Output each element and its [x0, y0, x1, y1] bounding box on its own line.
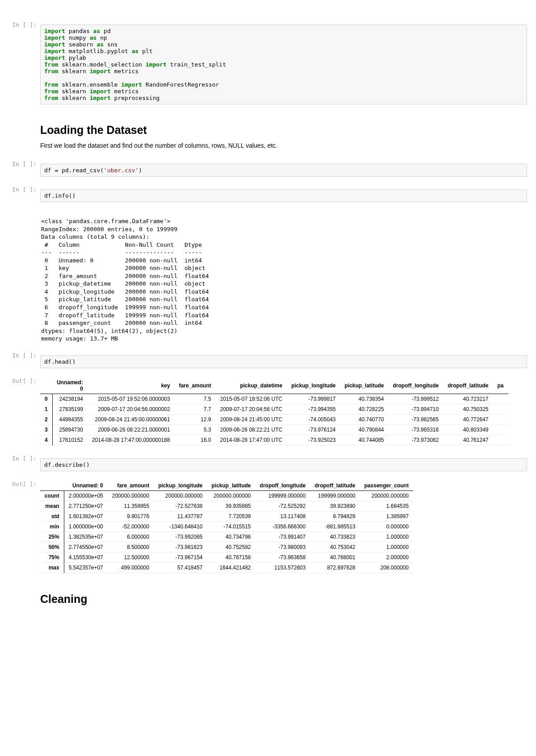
cell	[493, 435, 508, 445]
cell: 2009-08-24 21:45:00.00000061	[88, 414, 175, 424]
row-index: 2	[40, 414, 52, 424]
column-header: dropoff_latitude	[443, 378, 493, 394]
row-index: std	[40, 511, 64, 521]
column-header: fare_amount	[108, 481, 154, 491]
output-cell-describe: Out[ ]: Unnamed: 0fare_amountpickup_long…	[0, 478, 536, 579]
cell: 40.728225	[340, 404, 389, 414]
cell: 199999.000000	[255, 490, 310, 501]
blank-prompt	[0, 209, 40, 349]
cell: 200000.000000	[207, 490, 255, 501]
cell: -73.981823	[154, 542, 207, 552]
cell: 2.000000e+05	[64, 490, 108, 501]
cell: -74.005043	[287, 414, 340, 424]
column-header: dropoff_latitude	[310, 481, 360, 491]
cell	[493, 394, 508, 404]
markdown-cell-loading: Loading the Dataset First we load the da…	[0, 111, 536, 157]
notebook: In [ ]: import pandas as pd import numpy…	[0, 0, 536, 650]
cell: 7.720539	[207, 511, 255, 521]
heading-cleaning: Cleaning	[40, 593, 527, 606]
cell: 7.5	[175, 394, 216, 404]
cell: 11.359955	[108, 501, 154, 511]
cell: 5.3	[175, 424, 216, 435]
table-row: count2.000000e+05200000.000000200000.000…	[40, 490, 413, 501]
table-row: 3258947302009-06-26 08:22:21.00000015.32…	[40, 424, 508, 435]
cell	[493, 424, 508, 435]
cell: -73.976124	[287, 424, 340, 435]
out-prompt: Out[ ]:	[0, 478, 40, 579]
code-cell-info: In [ ]: df.info()	[0, 183, 536, 208]
column-header: key	[88, 378, 175, 394]
cell: -73.973082	[389, 435, 444, 445]
column-header: pickup_latitude	[207, 481, 255, 491]
heading-loading: Loading the Dataset	[40, 124, 527, 137]
cell: 1.385997	[360, 511, 413, 521]
cell: -73.967154	[154, 552, 207, 562]
row-index: 4	[40, 435, 52, 445]
code-cell-describe: In [ ]: df.describe()	[0, 453, 536, 477]
code-input-describe[interactable]: df.describe()	[40, 458, 527, 471]
row-index: 1	[40, 404, 52, 414]
markdown-cell-cleaning: Cleaning	[0, 580, 536, 614]
cell: 40.768001	[310, 552, 360, 562]
row-index: count	[40, 490, 64, 501]
cell: 2015-05-07 19:52:06 UTC	[216, 394, 287, 404]
cell: 40.767158	[207, 552, 255, 562]
cell: 2015-05-07 19:52:06.0000003	[88, 394, 175, 404]
code-input-info[interactable]: df.info()	[40, 189, 527, 202]
column-header: dropoff_longitude	[389, 378, 444, 394]
cell: 40.723217	[443, 394, 493, 404]
row-index: 25%	[40, 532, 64, 542]
dataframe-head: Unnamed:0keyfare_amountpickup_datetimepi…	[40, 378, 508, 445]
cell: 40.738354	[340, 394, 389, 404]
code-cell-readcsv: In [ ]: df = pd.read_csv('uber.csv')	[0, 158, 536, 183]
column-header: pickup_datetime	[216, 378, 287, 394]
column-header: passenger_count	[360, 481, 413, 491]
cell: -72.527638	[154, 501, 207, 511]
output-cell-info: <class 'pandas.core.frame.DataFrame'> Ra…	[0, 209, 536, 349]
cell: 40.740770	[340, 414, 389, 424]
row-index: max	[40, 562, 64, 573]
cell: 208.000000	[360, 562, 413, 573]
table-row: min1.000000e+00-52.000000-1340.648410-74…	[40, 521, 413, 532]
cell: 7.7	[175, 404, 216, 414]
cell: 499.000000	[108, 562, 154, 573]
code-input-readcsv[interactable]: df = pd.read_csv('uber.csv')	[40, 164, 527, 177]
cell: 12.500000	[108, 552, 154, 562]
cell	[493, 404, 508, 414]
cell: 27835199	[52, 404, 88, 414]
cell: -73.925023	[287, 435, 340, 445]
cell: 40.803349	[443, 424, 493, 435]
blank-prompt	[0, 580, 40, 614]
output-text-info: <class 'pandas.core.frame.DataFrame'> Ra…	[40, 215, 536, 343]
table-row: 75%4.155530e+0712.500000-73.96715440.767…	[40, 552, 413, 562]
cell: 2009-07-17 20:04:56.0000002	[88, 404, 175, 414]
cell: 872.697628	[310, 562, 360, 573]
cell: 9.901776	[108, 511, 154, 521]
column-header: pickup_longitude	[287, 378, 340, 394]
cell: 6.794829	[310, 511, 360, 521]
cell: 57.418457	[154, 562, 207, 573]
cell: 8.500000	[108, 542, 154, 552]
paragraph-loading: First we load the dataset and find out t…	[40, 142, 527, 149]
cell: 1.000000e+00	[64, 521, 108, 532]
cell: 6.000000	[108, 532, 154, 542]
cell: 2014-08-28 17:47:00.000000188	[88, 435, 175, 445]
code-input-imports[interactable]: import pandas as pd import numpy as np i…	[40, 25, 527, 104]
code-input-head[interactable]: df.head()	[40, 355, 527, 368]
column-header: Unnamed: 0	[64, 481, 108, 491]
in-prompt: In [ ]:	[0, 19, 40, 110]
cell: 2009-06-26 08:22:21.0000001	[88, 424, 175, 435]
cell: 12.9	[175, 414, 216, 424]
column-header: pickup_latitude	[340, 378, 389, 394]
cell: 40.752592	[207, 542, 255, 552]
cell: 40.750325	[443, 404, 493, 414]
column-header: dropoff_longitude	[255, 481, 310, 491]
cell: 1644.421482	[207, 562, 255, 573]
column-header: fare_amount	[175, 378, 216, 394]
row-index: 0	[40, 394, 52, 404]
table-row: mean2.771250e+0711.359955-72.52763839.93…	[40, 501, 413, 511]
cell: 200000.000000	[360, 490, 413, 501]
cell: 1.684535	[360, 501, 413, 511]
cell: 13.117408	[255, 511, 310, 521]
blank-prompt	[0, 111, 40, 157]
